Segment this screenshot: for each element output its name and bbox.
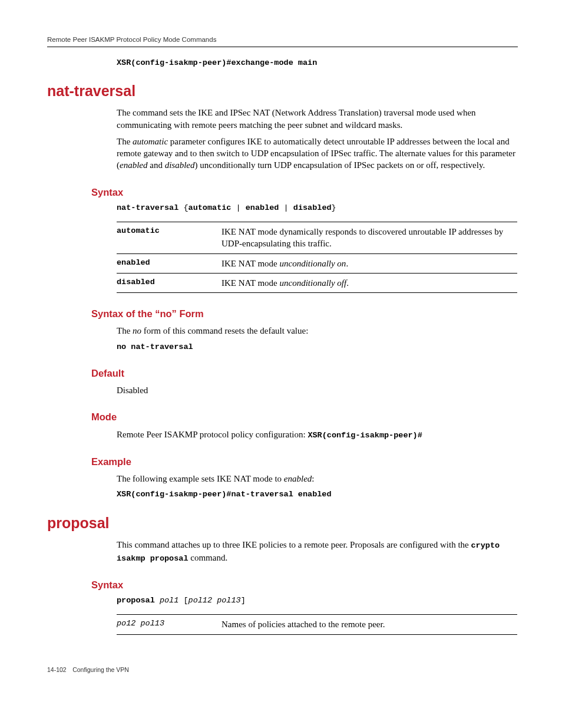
syntax-line-proposal: proposal pol1 [pol12 pol13]	[117, 594, 518, 606]
heading-example: Example	[91, 455, 518, 468]
text: .	[346, 278, 349, 288]
text: This command attaches up to three IKE po…	[117, 540, 471, 549]
text: form of this command resets the default …	[141, 326, 308, 335]
page-footer: 14-102 Configuring the VPN	[47, 666, 518, 674]
sep: |	[279, 203, 293, 212]
syntax-kw: nat-traversal	[117, 203, 178, 212]
text: IKE NAT mode	[222, 259, 279, 268]
text: ) unconditionally turn UDP encapsulation…	[195, 160, 485, 170]
text: Remote Peer ISAKMP protocol policy confi…	[117, 430, 308, 439]
em-enabled: enabled	[120, 160, 147, 170]
text: and	[147, 160, 164, 170]
em-automatic: automatic	[133, 137, 168, 146]
text: command.	[189, 553, 228, 562]
table-row: enabled IKE NAT mode unconditionally on.	[117, 253, 517, 273]
table-row: disabled IKE NAT mode unconditionally of…	[117, 273, 517, 292]
proposal-intro: This command attaches up to three IKE po…	[117, 539, 518, 564]
em: enabled	[284, 474, 312, 483]
param-key: po12 pol13	[117, 615, 222, 634]
text: :	[312, 474, 314, 483]
bracket: [	[178, 596, 188, 605]
parameter-table-nat: automatic IKE NAT mode dynamically respo…	[117, 222, 517, 293]
syntax-kw: proposal	[117, 596, 155, 605]
syntax-opt: enabled	[246, 203, 279, 212]
nat-intro-2: The automatic parameter configures IKE t…	[117, 136, 518, 172]
heading-no-form: Syntax of the “no” Form	[91, 307, 518, 320]
text: The following example sets IKE NAT mode …	[117, 474, 284, 483]
noform-cmd: no nat-traversal	[117, 342, 518, 353]
text: The	[117, 326, 133, 335]
default-value: Disabled	[117, 384, 518, 396]
param-key: disabled	[117, 273, 222, 292]
text: The	[117, 137, 133, 146]
param-desc: IKE NAT mode unconditionally on.	[222, 253, 517, 273]
syntax-line: nat-traversal {automatic | enabled | dis…	[117, 201, 518, 213]
nat-intro-1: The command sets the IKE and IPSec NAT (…	[117, 107, 518, 131]
text: .	[346, 259, 348, 268]
brace: }	[332, 203, 336, 212]
heading-mode: Mode	[91, 410, 518, 423]
table-row: po12 pol13 Names of policies attached to…	[117, 615, 517, 634]
param-key: automatic	[117, 222, 222, 254]
parameter-table-proposal: po12 pol13 Names of policies attached to…	[117, 614, 517, 634]
param-desc: Names of policies attached to the remote…	[222, 615, 517, 634]
em-disabled: disabled	[165, 160, 195, 170]
page-header: Remote Peer ISAKMP Protocol Policy Mode …	[47, 35, 518, 47]
bracket: ]	[241, 596, 246, 605]
example-cmd: XSR(config-isakmp-peer)#nat-traversal en…	[117, 489, 518, 500]
section-title-nat-traversal: nat-traversal	[47, 81, 518, 101]
heading-default: Default	[91, 367, 518, 380]
brace: {	[178, 203, 188, 212]
example-text: The following example sets IKE NAT mode …	[117, 473, 518, 485]
param-key: enabled	[117, 253, 222, 273]
mode-cmd: XSR(config-isakmp-peer)#	[308, 431, 422, 440]
param-desc: IKE NAT mode dynamically responds to dis…	[222, 222, 517, 254]
text: IKE NAT mode	[222, 278, 279, 288]
em: unconditionally off	[279, 278, 346, 288]
syntax-arg: pol1	[155, 596, 179, 605]
syntax-opt: disabled	[293, 203, 332, 212]
em: unconditionally on	[279, 259, 346, 268]
heading-syntax-proposal: Syntax	[91, 578, 518, 591]
param-desc: IKE NAT mode unconditionally off.	[222, 273, 517, 292]
syntax-arg: pol12 pol13	[189, 596, 241, 605]
mode-text: Remote Peer ISAKMP protocol policy confi…	[117, 429, 518, 441]
table-row: automatic IKE NAT mode dynamically respo…	[117, 222, 517, 254]
noform-text: The no form of this command resets the d…	[117, 325, 518, 337]
syntax-opt: automatic	[189, 203, 232, 212]
top-example-code: XSR(config-isakmp-peer)#exchange-mode ma…	[117, 58, 518, 68]
heading-syntax: Syntax	[91, 186, 518, 199]
em-no: no	[133, 326, 141, 335]
sep: |	[231, 203, 245, 212]
section-title-proposal: proposal	[47, 513, 518, 533]
